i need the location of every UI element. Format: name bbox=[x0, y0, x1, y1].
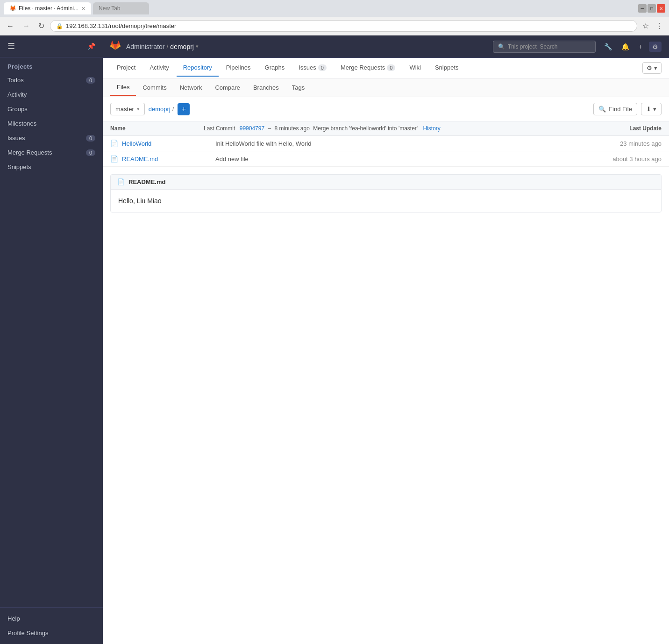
find-file-label: Find File bbox=[609, 106, 632, 113]
sidebar-item-help[interactable]: Help bbox=[0, 611, 103, 626]
readme-filename: README.md bbox=[128, 178, 165, 185]
file-icon: 📄 bbox=[110, 155, 118, 163]
col-commit-header: Last Commit 99904797 – 8 minutes ago Mer… bbox=[204, 125, 591, 132]
subtab-compare[interactable]: Compare bbox=[208, 80, 246, 95]
find-file-button[interactable]: 🔍 Find File bbox=[593, 103, 637, 115]
add-icon-button[interactable]: + bbox=[636, 41, 645, 52]
reload-button[interactable]: ↻ bbox=[36, 21, 47, 31]
file-name-link[interactable]: HelloWorld bbox=[122, 140, 215, 147]
subtab-network[interactable]: Network bbox=[173, 80, 209, 95]
breadcrumb-dropdown-icon[interactable]: ▾ bbox=[196, 43, 199, 50]
tab-repository[interactable]: Repository bbox=[177, 59, 219, 77]
commit-time: 8 minutes ago bbox=[274, 125, 309, 132]
maximize-button[interactable]: □ bbox=[648, 4, 656, 13]
main-content: Administrator / demoprj ▾ 🔍 🔧 🔔 + ⚙ bbox=[103, 35, 669, 644]
tab-title: Files · master · Admini... bbox=[19, 5, 78, 12]
file-path-breadcrumb: demoprj / bbox=[149, 106, 174, 113]
subtab-files[interactable]: Files bbox=[110, 79, 136, 96]
readme-header: 📄 README.md bbox=[111, 175, 661, 190]
sidebar-item-snippets[interactable]: Snippets bbox=[0, 160, 103, 174]
sidebar-item-groups[interactable]: Groups bbox=[0, 102, 103, 116]
sidebar-item-issues-label: Issues bbox=[7, 134, 25, 142]
repository-settings-button[interactable]: ⚙ ▾ bbox=[642, 62, 662, 74]
commit-hash-link[interactable]: 99904797 bbox=[240, 125, 266, 132]
branch-selector[interactable]: master ▾ bbox=[110, 103, 145, 115]
address-text: 192.168.32.131/root/demoprj/tree/master bbox=[66, 22, 631, 29]
close-button[interactable]: ✕ bbox=[657, 4, 665, 13]
forward-button[interactable]: → bbox=[20, 21, 33, 31]
sidebar-spacer bbox=[0, 174, 103, 607]
window-controls: ─ □ ✕ bbox=[638, 4, 665, 13]
sidebar-item-snippets-label: Snippets bbox=[7, 163, 31, 170]
issues-count-badge: 0 bbox=[318, 64, 327, 71]
clone-button[interactable]: ⬇ ▾ bbox=[641, 103, 662, 115]
subtab-commits[interactable]: Commits bbox=[136, 80, 173, 95]
tab-graphs[interactable]: Graphs bbox=[258, 59, 292, 77]
sidebar-item-issues[interactable]: Issues 0 bbox=[0, 131, 103, 145]
tab-wiki[interactable]: Wiki bbox=[403, 59, 427, 77]
tab-activity[interactable]: Activity bbox=[143, 59, 175, 77]
file-table-header: Name Last Commit 99904797 – 8 minutes ag… bbox=[103, 121, 669, 136]
address-bar[interactable]: 🔒 192.168.32.131/root/demoprj/tree/maste… bbox=[50, 20, 637, 32]
sidebar-item-activity[interactable]: Activity bbox=[0, 87, 103, 102]
sidebar-item-profile-settings[interactable]: Profile Settings bbox=[0, 626, 103, 640]
sidebar-item-activity-label: Activity bbox=[7, 91, 27, 98]
active-tab[interactable]: 🦊 Files · master · Admini... ✕ bbox=[4, 2, 91, 14]
back-button[interactable]: ← bbox=[4, 21, 17, 31]
tab-issues[interactable]: Issues 0 bbox=[292, 59, 333, 77]
inactive-tab-label: New Tab bbox=[99, 5, 120, 12]
search-input[interactable] bbox=[508, 43, 591, 50]
pin-icon[interactable]: 📌 bbox=[87, 42, 95, 50]
browser-toolbar-icons: ☆ ⋮ bbox=[640, 21, 665, 31]
add-file-button[interactable]: + bbox=[178, 103, 190, 115]
sidebar-item-todos-label: Todos bbox=[7, 77, 24, 84]
readme-file-icon: 📄 bbox=[117, 178, 125, 185]
topbar-search[interactable]: 🔍 bbox=[493, 41, 596, 53]
gitlab-logo bbox=[110, 40, 121, 53]
repo-toolbar: master ▾ demoprj / + 🔍 Find File ⬇ ▾ bbox=[103, 97, 669, 121]
search-icon: 🔍 bbox=[498, 43, 505, 50]
tab-project[interactable]: Project bbox=[110, 59, 142, 77]
commit-separator: – bbox=[268, 125, 271, 132]
browser-toolbar: ← → ↻ 🔒 192.168.32.131/root/demoprj/tree… bbox=[0, 17, 669, 35]
breadcrumb-user-link[interactable]: Administrator bbox=[126, 43, 164, 50]
sidebar-item-milestones[interactable]: Milestones bbox=[0, 116, 103, 131]
sidebar-item-merge-requests-badge: 0 bbox=[86, 149, 95, 156]
file-commit-msg: Init HelloWorld file with Hello, World bbox=[215, 140, 591, 147]
sidebar-bottom: Help Profile Settings bbox=[0, 607, 103, 644]
extensions-button[interactable]: ⋮ bbox=[653, 21, 665, 31]
merge-requests-count-badge: 0 bbox=[387, 64, 395, 71]
topbar: Administrator / demoprj ▾ 🔍 🔧 🔔 + ⚙ bbox=[103, 35, 669, 58]
minimize-button[interactable]: ─ bbox=[638, 4, 647, 13]
sidebar-item-merge-requests-label: Merge Requests bbox=[7, 149, 52, 156]
subtab-branches[interactable]: Branches bbox=[247, 80, 285, 95]
sidebar-item-milestones-label: Milestones bbox=[7, 120, 36, 127]
commit-history-link[interactable]: History bbox=[423, 125, 440, 132]
path-root-link[interactable]: demoprj bbox=[149, 106, 171, 113]
file-table-container: Name Last Commit 99904797 – 8 minutes ag… bbox=[103, 121, 669, 167]
inactive-tab[interactable]: New Tab bbox=[93, 2, 149, 14]
tab-close-button[interactable]: ✕ bbox=[81, 6, 85, 12]
app-container: ☰ 📌 Projects Todos 0 Activity Groups Mil… bbox=[0, 35, 669, 644]
clone-icon: ⬇ bbox=[646, 106, 651, 113]
tab-merge-requests[interactable]: Merge Requests 0 bbox=[334, 59, 402, 77]
browser-window: 🦊 Files · master · Admini... ✕ New Tab ─… bbox=[0, 0, 669, 644]
hamburger-icon[interactable]: ☰ bbox=[7, 41, 15, 51]
bookmark-star-button[interactable]: ☆ bbox=[640, 21, 651, 31]
sidebar-item-issues-badge: 0 bbox=[86, 135, 95, 142]
bell-icon-button[interactable]: 🔔 bbox=[619, 41, 632, 52]
settings-icon-button[interactable]: ⚙ bbox=[649, 42, 662, 52]
sidebar-item-merge-requests[interactable]: Merge Requests 0 bbox=[0, 145, 103, 160]
readme-section: 📄 README.md Hello, Liu Miao bbox=[110, 174, 662, 212]
wrench-icon-button[interactable]: 🔧 bbox=[601, 41, 615, 52]
file-name-link[interactable]: README.md bbox=[122, 156, 215, 163]
branch-name: master bbox=[115, 106, 134, 113]
readme-content: Hello, Liu Miao bbox=[118, 197, 654, 205]
topbar-actions: 🔧 🔔 + ⚙ bbox=[601, 41, 662, 52]
repo-subtabs: Files Commits Network Compare Branches T… bbox=[103, 78, 669, 97]
tab-snippets[interactable]: Snippets bbox=[428, 59, 465, 77]
subtab-tags[interactable]: Tags bbox=[285, 80, 311, 95]
sidebar-item-todos[interactable]: Todos 0 bbox=[0, 73, 103, 87]
sidebar-item-profile-settings-label: Profile Settings bbox=[7, 630, 48, 637]
tab-pipelines[interactable]: Pipelines bbox=[220, 59, 257, 77]
